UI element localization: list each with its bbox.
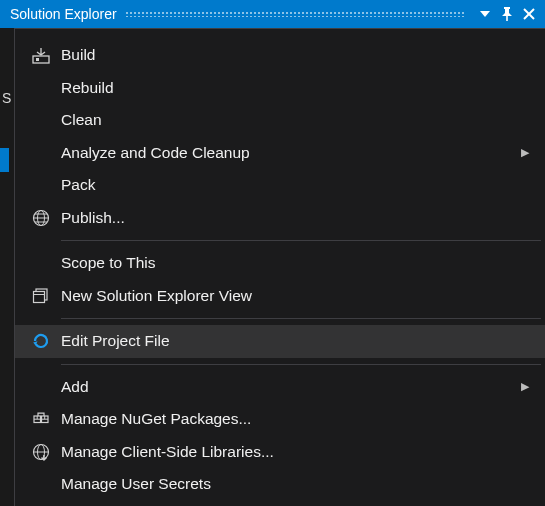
menu-item-label: Edit Project File: [61, 332, 535, 350]
menu-item-label: New Solution Explorer View: [61, 287, 535, 305]
menu-item-manage-secrets[interactable]: Manage User Secrets: [15, 468, 545, 501]
context-menu: Build Rebuild Clean Analyze and Code Cle…: [14, 28, 545, 506]
menu-item-scope[interactable]: Scope to This: [15, 247, 545, 280]
menu-item-label: Manage Client-Side Libraries...: [61, 443, 535, 461]
submenu-arrow-icon: ▶: [521, 380, 535, 393]
menu-item-label: Manage User Secrets: [61, 475, 535, 493]
menu-item-rebuild[interactable]: Rebuild: [15, 72, 545, 105]
nuget-icon: [21, 410, 61, 428]
client-libs-icon: [21, 443, 61, 461]
menu-item-label: Publish...: [61, 209, 535, 227]
menu-item-edit-project-file[interactable]: Edit Project File: [15, 325, 545, 358]
menu-item-publish[interactable]: Publish...: [15, 202, 545, 235]
menu-item-build[interactable]: Build: [15, 39, 545, 72]
solution-explorer-titlebar: Solution Explorer: [0, 0, 545, 28]
menu-item-label: Scope to This: [61, 254, 535, 272]
menu-separator: [61, 318, 541, 319]
menu-item-add[interactable]: Add ▶: [15, 371, 545, 404]
menu-item-manage-nuget[interactable]: Manage NuGet Packages...: [15, 403, 545, 436]
menu-item-label: Build: [61, 46, 535, 64]
pin-icon[interactable]: [497, 4, 517, 24]
svg-rect-3: [33, 56, 49, 63]
new-view-icon: [21, 287, 61, 305]
submenu-arrow-icon: ▶: [521, 146, 535, 159]
menu-item-new-view[interactable]: New Solution Explorer View: [15, 280, 545, 313]
left-gutter: S: [0, 28, 14, 506]
menu-item-label: Clean: [61, 111, 535, 129]
close-icon[interactable]: [519, 4, 539, 24]
menu-separator: [61, 240, 541, 241]
menu-item-pack[interactable]: Pack: [15, 169, 545, 202]
menu-item-manage-client-libs[interactable]: Manage Client-Side Libraries...: [15, 436, 545, 469]
menu-item-label: Analyze and Code Cleanup: [61, 144, 521, 162]
titlebar-text: Solution Explorer: [10, 6, 117, 22]
window-position-dropdown-icon[interactable]: [475, 4, 495, 24]
menu-item-clean[interactable]: Clean: [15, 104, 545, 137]
menu-separator: [61, 364, 541, 365]
svg-rect-0: [506, 16, 508, 21]
titlebar-drag-grip[interactable]: [125, 11, 465, 17]
svg-rect-4: [36, 58, 39, 61]
menu-item-label: Pack: [61, 176, 535, 194]
menu-item-label: Manage NuGet Packages...: [61, 410, 535, 428]
build-icon: [21, 46, 61, 64]
svg-rect-11: [34, 291, 45, 302]
edit-project-icon: [21, 332, 61, 350]
left-gutter-char: S: [2, 90, 11, 106]
menu-item-label: Rebuild: [61, 79, 535, 97]
menu-item-label: Add: [61, 378, 521, 396]
menu-item-analyze[interactable]: Analyze and Code Cleanup ▶: [15, 137, 545, 170]
publish-icon: [21, 209, 61, 227]
left-selection-indicator: [0, 148, 9, 172]
